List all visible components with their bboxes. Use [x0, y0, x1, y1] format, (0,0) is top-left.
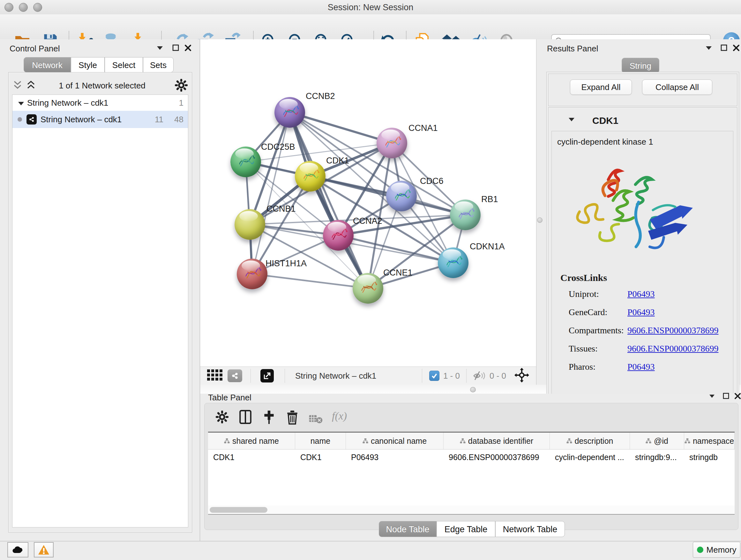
tab-node-table[interactable]: Node Table [379, 521, 436, 537]
external-arrow-icon [263, 372, 271, 380]
float-panel-icon[interactable] [172, 44, 179, 51]
current-network-name: String Network – cdk1 [295, 371, 422, 381]
tab-style[interactable]: Style [71, 57, 105, 72]
selected-nodes-checkbox[interactable] [429, 371, 440, 381]
shared-column-icon [460, 438, 466, 444]
crosslink-link[interactable]: P06493 [627, 289, 655, 299]
column-label: canonical name [371, 436, 427, 446]
network-graph: CCNB2CCNA1CDC25BCDK1CDC6RB1CCNB1CCNA2CDK… [200, 39, 536, 367]
float-panel-icon[interactable] [721, 44, 728, 51]
network-node-ccna1[interactable] [377, 128, 407, 159]
vertical-splitter[interactable] [536, 39, 542, 385]
close-panel-icon[interactable] [733, 44, 740, 51]
column-header-namespace[interactable]: namespace [684, 433, 735, 449]
collapse-panel-icon[interactable] [706, 46, 712, 50]
warning-icon [38, 545, 50, 555]
network-view-toolbar: String Network – cdk1 1 - 0 0 - 0 [200, 367, 536, 385]
network-collection-row[interactable]: String Network – cdk1 1 [12, 95, 188, 111]
crosslink-link[interactable]: 9606.ENSP00000378699 [627, 325, 718, 335]
delete-table-icon[interactable] [309, 414, 323, 424]
column-header--id[interactable]: @id [630, 433, 684, 449]
close-panel-icon[interactable] [734, 393, 741, 399]
network-node-cdc6[interactable] [386, 181, 417, 211]
network-row-label: String Network – cdk1 [41, 115, 155, 125]
pan-crosshair-button[interactable] [515, 368, 529, 384]
expand-all-icon[interactable] [26, 80, 36, 90]
add-column-icon[interactable] [263, 410, 275, 425]
memory-button[interactable]: Memory [693, 542, 740, 558]
crosslink-link[interactable]: P06493 [627, 362, 655, 372]
tab-select[interactable]: Select [105, 57, 143, 72]
memory-status-dot [697, 547, 703, 553]
network-options-gear-icon[interactable] [175, 79, 188, 91]
crosslinks-list: Uniprot:P06493GeneCard:P06493Compartment… [569, 289, 728, 380]
network-node-ccne1[interactable] [353, 273, 383, 304]
network-status-dot [17, 117, 22, 122]
network-node-cdc25b[interactable] [230, 146, 261, 177]
protein-ribbon-thumbnail [453, 203, 478, 227]
collection-label: String Network – cdk1 [27, 98, 179, 108]
shared-column-icon [224, 438, 230, 444]
window-title: Session: New Session [0, 3, 741, 12]
protein-ribbon-thumbnail [441, 251, 466, 274]
column-header-shared-name[interactable]: shared name [208, 433, 295, 449]
tab-network-table[interactable]: Network Table [495, 521, 565, 537]
results-panel-title: Results Panel [547, 44, 598, 54]
apply-function-button[interactable]: f(x) [332, 410, 347, 422]
network-node-cdkn1a[interactable] [438, 247, 468, 278]
column-header-name[interactable]: name [295, 433, 346, 449]
warning-status-button[interactable] [34, 542, 54, 557]
table-hscroll-track[interactable] [208, 505, 735, 514]
protein-ribbon-thumbnail [233, 150, 258, 174]
delete-column-trash-icon[interactable] [286, 410, 298, 425]
shared-column-icon [646, 438, 651, 444]
tab-string[interactable]: String [622, 58, 659, 73]
node-label: HIST1H1A [266, 259, 307, 268]
network-node-hist1h1a[interactable] [237, 259, 267, 289]
control-panel: Control Panel Network Style Select Sets … [0, 39, 200, 541]
network-node-ccnb1[interactable] [234, 209, 265, 240]
crosslink-link[interactable]: 9606.ENSP00000378699 [627, 344, 718, 354]
crosslink-label: Tissues: [569, 344, 627, 354]
column-header-database-identifier[interactable]: database identifier [444, 433, 550, 449]
column-header-description[interactable]: description [550, 433, 630, 449]
tab-network[interactable]: Network [23, 57, 71, 72]
table-cell: 9606.ENSP00000378699 [444, 449, 550, 465]
title-bar: Session: New Session [0, 0, 741, 14]
tab-sets[interactable]: Sets [143, 57, 174, 72]
column-header-canonical-name[interactable]: canonical name [346, 433, 444, 449]
network-node-rb1[interactable] [450, 199, 481, 230]
splitter-handle[interactable] [537, 217, 542, 223]
collapse-all-button[interactable]: Collapse All [642, 79, 712, 95]
expand-all-button[interactable]: Expand All [570, 79, 632, 95]
table-settings-gear-icon[interactable] [216, 411, 228, 423]
network-node-ccna2[interactable] [323, 220, 354, 251]
crosslink-link[interactable]: P06493 [627, 307, 655, 317]
collection-expander-icon[interactable] [18, 102, 24, 105]
splitter-handle[interactable] [470, 387, 476, 392]
protein-ribbon-thumbnail [298, 165, 323, 188]
cloud-status-button[interactable] [7, 542, 28, 557]
manage-columns-icon[interactable] [239, 410, 252, 424]
tab-edge-table[interactable]: Edge Table [436, 521, 495, 537]
open-in-window-button[interactable] [260, 369, 274, 382]
float-panel-icon[interactable] [723, 393, 730, 399]
collapse-panel-icon[interactable] [157, 46, 163, 50]
close-panel-icon[interactable] [185, 44, 192, 51]
network-row-selected[interactable]: String Network – cdk1 11 48 [12, 111, 188, 128]
network-node-ccnb2[interactable] [274, 97, 305, 128]
crosslink-label: Pharos: [569, 362, 627, 372]
cdk1-expander-icon[interactable] [569, 118, 575, 121]
collapse-panel-icon[interactable] [710, 395, 715, 398]
share-style-button[interactable] [227, 369, 242, 382]
table-hscroll-thumb[interactable] [210, 507, 267, 513]
table-cell: stringdb:9... [630, 449, 684, 465]
network-node-cdk1[interactable] [295, 161, 326, 192]
cdk1-description: cyclin-dependent kinase 1 [557, 137, 653, 147]
node-label: CCNB1 [266, 204, 296, 214]
column-label: @id [654, 436, 668, 446]
collapse-all-icon[interactable] [13, 80, 22, 90]
birdseye-grid-button[interactable] [207, 369, 222, 382]
table-row[interactable]: CDK1CDK1P064939606.ENSP00000378699cyclin… [208, 449, 735, 465]
network-canvas[interactable]: CCNB2CCNA1CDC25BCDK1CDC6RB1CCNB1CCNA2CDK… [200, 39, 536, 367]
